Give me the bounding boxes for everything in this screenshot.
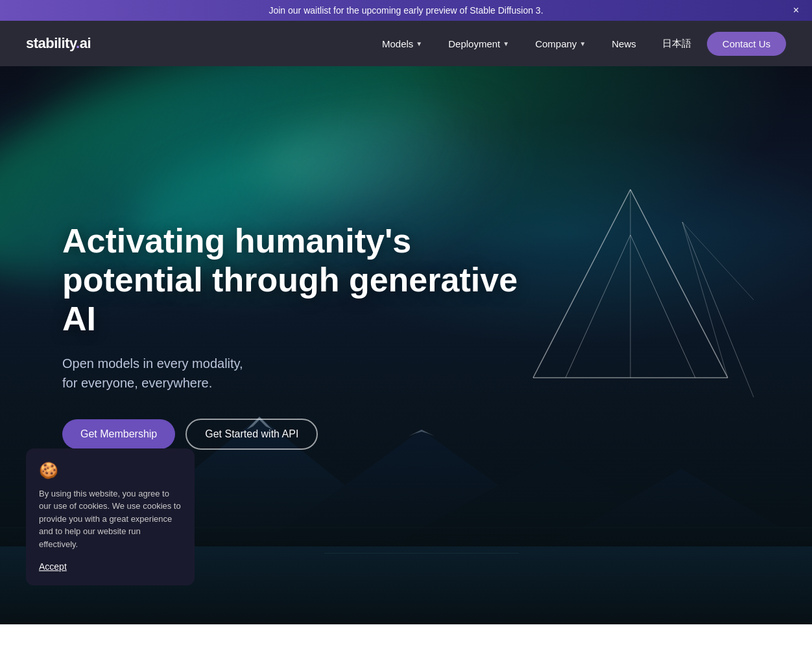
models-arrow-icon: ▼ [416, 40, 422, 47]
banner-text: Join our waitlist for the upcoming early… [269, 5, 543, 16]
nav-links: Models ▼ Deployment ▼ Company ▼ News 日本語… [372, 32, 786, 56]
get-api-button[interactable]: Get Started with API [185, 419, 318, 450]
hero-section: Activating humanity's potential through … [0, 66, 812, 624]
svg-line-1 [533, 190, 630, 378]
logo[interactable]: stability.ai [26, 35, 91, 52]
announcement-banner: Join our waitlist for the upcoming early… [0, 0, 812, 21]
navbar: stability.ai Models ▼ Deployment ▼ Compa… [0, 21, 812, 66]
hero-subtitle: Open models in every modality, for every… [62, 354, 529, 393]
cookie-text: By using this website, you agree to our … [39, 487, 182, 551]
nav-company[interactable]: Company ▼ [525, 33, 596, 55]
nav-news[interactable]: News [601, 33, 647, 55]
svg-line-8 [682, 222, 754, 300]
nav-models[interactable]: Models ▼ [372, 33, 433, 55]
banner-close-button[interactable]: × [793, 5, 799, 16]
deployment-arrow-icon: ▼ [503, 40, 509, 47]
svg-line-7 [682, 222, 728, 378]
svg-rect-19 [324, 553, 519, 554]
hero-title: Activating humanity's potential through … [62, 222, 529, 338]
svg-line-5 [566, 235, 630, 378]
get-membership-button[interactable]: Get Membership [62, 419, 175, 449]
hero-buttons: Get Membership Get Started with API [62, 419, 529, 450]
company-arrow-icon: ▼ [579, 40, 586, 47]
accept-cookies-button[interactable]: Accept [39, 561, 67, 572]
svg-line-4 [630, 235, 695, 378]
nav-deployment[interactable]: Deployment ▼ [438, 33, 519, 55]
svg-line-0 [630, 190, 728, 378]
contact-us-button[interactable]: Contact Us [707, 32, 786, 56]
hero-content: Activating humanity's potential through … [62, 222, 529, 450]
cookie-banner: 🍪 By using this website, you agree to ou… [26, 448, 195, 586]
cookie-icon: 🍪 [39, 461, 182, 480]
nav-japanese[interactable]: 日本語 [652, 32, 702, 55]
